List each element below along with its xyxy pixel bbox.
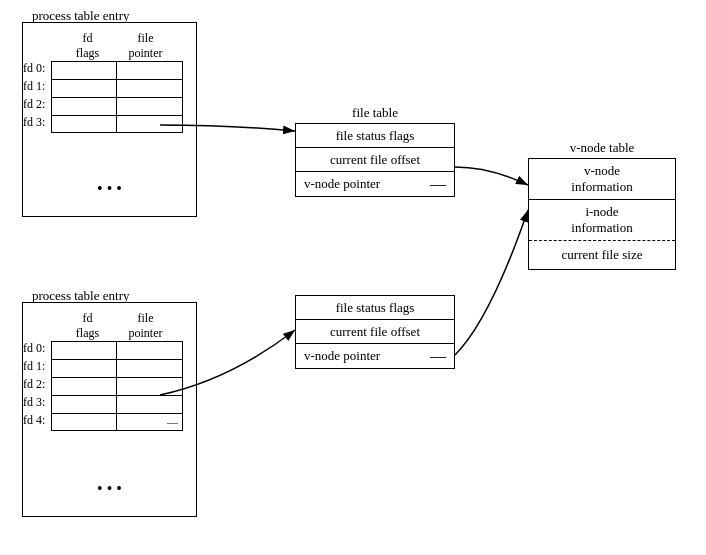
process-table-1-inner: fd 0: fd 1: fd 2: fd 3: — (51, 61, 183, 133)
vnode-pointer-1-dash: — (430, 175, 446, 193)
current-file-offset-2: current file offset (296, 320, 454, 344)
fd2-label-2: fd 2: (23, 377, 45, 392)
file-table-1-title: file table (295, 105, 455, 121)
process-table-2-inner: fd 0: fd 1: fd 2: fd 3: (51, 341, 183, 431)
current-file-offset-1: current file offset (296, 148, 454, 172)
fd4-row-2: — (51, 413, 183, 431)
arrow-ft1-to-vt (455, 167, 528, 185)
fd0-label-1: fd 0: (23, 61, 45, 76)
dots-1: • • • (23, 180, 196, 198)
fd1-row-2 (51, 359, 183, 377)
fd-flags-header-2: fdflags (65, 311, 110, 341)
vnode-pointer-2: v-node pointer — (296, 344, 454, 368)
file-table-2-box: file status flags current file offset v-… (295, 295, 455, 369)
dots-2: • • • (23, 480, 196, 498)
fd3-row-2 (51, 395, 183, 413)
fd1-label-2: fd 1: (23, 359, 45, 374)
current-file-size-row: current file size (529, 241, 675, 269)
file-table-1-box: file status flags current file offset v-… (295, 123, 455, 197)
vnode-table: v-node table v-nodeinformation i-nodeinf… (528, 140, 676, 270)
fd2-row-1 (51, 97, 183, 115)
fd0-label-2: fd 0: (23, 341, 45, 356)
fd2-row-2 (51, 377, 183, 395)
vnode-table-title: v-node table (528, 140, 676, 156)
file-status-flags-2: file status flags (296, 296, 454, 320)
fd3-row-1: — (51, 115, 183, 133)
file-status-flags-1: file status flags (296, 124, 454, 148)
vnode-pointer-2-dash: — (430, 347, 446, 365)
process-table-1-box: fdflags filepointer fd 0: fd 1: fd 2: (22, 22, 197, 217)
vnode-info-row: v-nodeinformation (529, 159, 675, 200)
inode-info-row: i-nodeinformation (529, 200, 675, 241)
fd0-row-2 (51, 341, 183, 359)
fd1-row-1 (51, 79, 183, 97)
vnode-box: v-nodeinformation i-nodeinformation curr… (528, 158, 676, 270)
fd4-label-2: fd 4: (23, 413, 45, 428)
fd0-row-1 (51, 61, 183, 79)
fd3-label-1: fd 3: (23, 115, 45, 130)
file-pointer-header-2: filepointer (118, 311, 173, 341)
process-table-2-box: fdflags filepointer fd 0: fd 1: fd 2: (22, 302, 197, 517)
file-table-2: file status flags current file offset v-… (295, 295, 455, 369)
fd-flags-header-1: fdflags (65, 31, 110, 61)
fd2-label-1: fd 2: (23, 97, 45, 112)
file-table-1: file table file status flags current fil… (295, 105, 455, 197)
fd3-label-2: fd 3: (23, 395, 45, 410)
vnode-pointer-1: v-node pointer — (296, 172, 454, 196)
file-pointer-header-1: filepointer (118, 31, 173, 61)
fd1-label-1: fd 1: (23, 79, 45, 94)
arrow-ft2-to-vt (455, 210, 528, 355)
